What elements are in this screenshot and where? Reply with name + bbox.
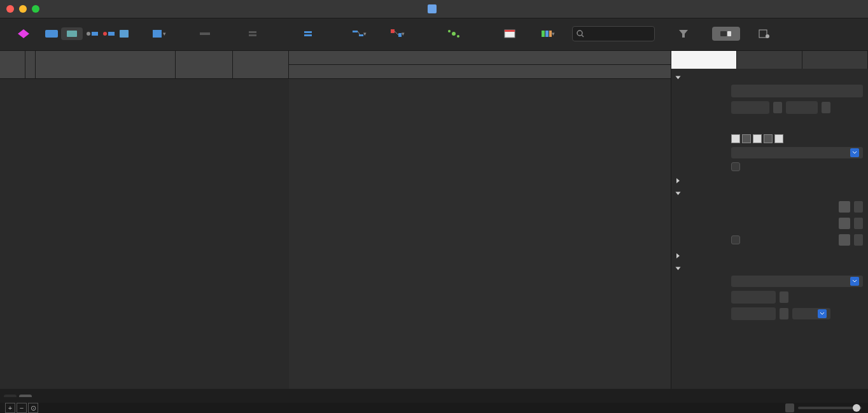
calendar-icon[interactable] bbox=[839, 218, 850, 229]
tab-assignments[interactable] bbox=[737, 51, 802, 69]
svg-rect-22 bbox=[505, 30, 515, 32]
gantt-chart[interactable] bbox=[289, 51, 671, 389]
hypernote-icon bbox=[757, 29, 771, 39]
calendar-icon[interactable] bbox=[839, 234, 850, 246]
close-icon[interactable] bbox=[6, 5, 14, 13]
search-group bbox=[569, 20, 658, 49]
hypernote-button[interactable] bbox=[747, 20, 781, 49]
col-finish[interactable] bbox=[233, 51, 289, 78]
marker-select[interactable] bbox=[731, 147, 863, 158]
outdent-button[interactable] bbox=[281, 20, 339, 49]
zoom-control[interactable] bbox=[781, 403, 862, 412]
section-tasktypes[interactable] bbox=[676, 263, 863, 274]
col-start[interactable] bbox=[176, 51, 233, 78]
col-flag[interactable] bbox=[25, 51, 36, 78]
micro-reports-button[interactable]: ▾ bbox=[134, 20, 185, 49]
section-scheduling[interactable] bbox=[676, 251, 863, 261]
deadline-stepper[interactable] bbox=[854, 234, 863, 246]
svg-rect-14 bbox=[353, 31, 358, 32]
duration-stepper[interactable] bbox=[773, 102, 782, 113]
chevron-down-icon bbox=[818, 309, 827, 318]
finish-value bbox=[731, 217, 832, 230]
svg-point-3 bbox=[87, 32, 90, 36]
mindmap-button[interactable] bbox=[419, 20, 489, 49]
svg-rect-13 bbox=[304, 34, 312, 36]
section-cost[interactable] bbox=[676, 176, 863, 186]
tab-task[interactable] bbox=[671, 51, 737, 69]
zoom-stepper[interactable] bbox=[785, 403, 794, 412]
col-name[interactable] bbox=[36, 51, 176, 78]
deadline-checkbox[interactable] bbox=[731, 235, 740, 244]
window-title bbox=[428, 4, 440, 13]
grid-body bbox=[0, 79, 289, 389]
mindmap-icon bbox=[447, 29, 461, 39]
theme-icon: ▾ bbox=[541, 29, 555, 39]
svg-rect-1 bbox=[45, 30, 58, 38]
start-value bbox=[731, 200, 832, 213]
svg-rect-10 bbox=[249, 31, 256, 33]
theme-button[interactable]: ▾ bbox=[531, 20, 565, 49]
milestone-checkbox[interactable] bbox=[731, 162, 740, 171]
chevron-right-icon bbox=[676, 178, 680, 183]
calendar-button[interactable] bbox=[493, 20, 527, 49]
remove-row-button[interactable]: − bbox=[17, 403, 27, 413]
period-unit-select[interactable] bbox=[792, 308, 830, 319]
period-field[interactable] bbox=[731, 307, 776, 320]
document-icon bbox=[428, 4, 437, 13]
zoom-slider[interactable] bbox=[798, 407, 862, 409]
minimize-icon[interactable] bbox=[19, 5, 27, 13]
link-button[interactable]: ▾ bbox=[342, 20, 377, 49]
add-item-button[interactable] bbox=[188, 20, 223, 49]
period-stepper[interactable] bbox=[780, 308, 788, 319]
name-field[interactable] bbox=[731, 85, 863, 97]
svg-rect-12 bbox=[304, 31, 312, 33]
svg-rect-11 bbox=[249, 34, 256, 36]
tab-project[interactable] bbox=[19, 395, 32, 397]
section-date[interactable] bbox=[676, 188, 863, 199]
search-input[interactable] bbox=[572, 26, 655, 41]
svg-point-26 bbox=[577, 31, 582, 36]
indent-button[interactable] bbox=[227, 20, 277, 49]
tab-links[interactable] bbox=[802, 51, 868, 69]
duration-unit-stepper[interactable] bbox=[822, 102, 830, 113]
window-controls bbox=[6, 5, 39, 13]
tab-multi-gantt[interactable] bbox=[4, 395, 17, 397]
duration-field[interactable] bbox=[731, 101, 769, 114]
count-field[interactable] bbox=[731, 291, 776, 304]
svg-rect-24 bbox=[545, 31, 549, 37]
settings-small-button[interactable]: ⊙ bbox=[28, 403, 38, 413]
col-num[interactable] bbox=[0, 51, 25, 78]
duration-unit[interactable] bbox=[786, 101, 818, 114]
info-button[interactable] bbox=[709, 20, 743, 49]
section-info[interactable] bbox=[676, 73, 863, 83]
complete-value bbox=[731, 118, 863, 130]
finish-stepper[interactable] bbox=[854, 218, 863, 229]
filter-button[interactable] bbox=[662, 20, 705, 49]
solutions-button[interactable] bbox=[6, 20, 41, 49]
diagram-button[interactable]: ▾ bbox=[381, 20, 415, 49]
calendar-icon[interactable] bbox=[839, 201, 850, 213]
svg-rect-29 bbox=[727, 31, 731, 36]
svg-rect-16 bbox=[391, 29, 395, 33]
svg-rect-2 bbox=[67, 31, 77, 37]
start-stepper[interactable] bbox=[854, 201, 863, 213]
svg-line-27 bbox=[582, 35, 584, 37]
maximize-icon[interactable] bbox=[32, 5, 39, 13]
task-grid bbox=[0, 51, 289, 389]
add-row-button[interactable]: + bbox=[5, 403, 15, 413]
add-item-icon bbox=[199, 29, 213, 39]
svg-point-19 bbox=[448, 30, 451, 32]
types-select[interactable] bbox=[731, 276, 863, 287]
priority-selector[interactable] bbox=[731, 134, 783, 143]
count-stepper[interactable] bbox=[780, 291, 788, 303]
filter-icon bbox=[676, 29, 690, 39]
titlebar bbox=[0, 0, 868, 18]
info-toggle-icon bbox=[712, 27, 740, 41]
select-view-icons bbox=[45, 29, 130, 39]
svg-rect-8 bbox=[153, 30, 162, 38]
deadline-value bbox=[744, 234, 832, 246]
select-view-button[interactable] bbox=[45, 20, 130, 49]
status-bar: + − ⊙ bbox=[0, 403, 868, 413]
search-icon bbox=[577, 30, 584, 38]
chevron-down-icon bbox=[676, 267, 681, 270]
